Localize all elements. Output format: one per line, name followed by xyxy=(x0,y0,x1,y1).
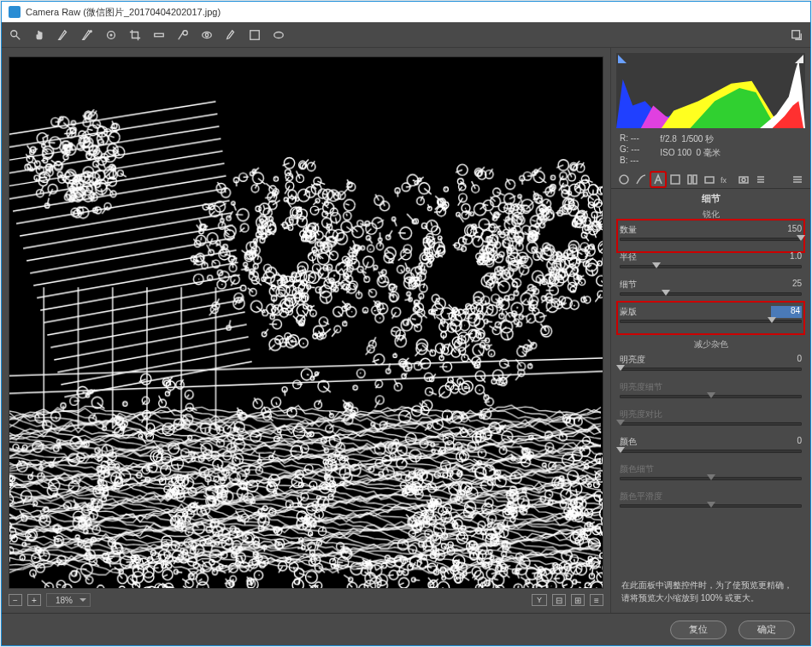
radius-slider[interactable]: 半径1.0 xyxy=(620,250,802,277)
body: − + 18% Y ⊟ ⊞ ≡ xyxy=(2,22,810,645)
tab-camera-icon[interactable] xyxy=(736,172,751,187)
svg-text:fx: fx xyxy=(721,176,727,185)
settings-menu-button[interactable]: ≡ xyxy=(590,594,603,606)
svg-point-7 xyxy=(203,32,212,38)
straighten-tool-icon[interactable] xyxy=(152,28,166,42)
app-icon xyxy=(9,6,21,18)
preview-canvas xyxy=(9,57,603,588)
svg-point-4 xyxy=(110,34,112,36)
main-area: − + 18% Y ⊟ ⊞ ≡ xyxy=(2,48,610,613)
window-title: Camera Raw (微信图片_20170404202017.jpg) xyxy=(26,6,221,19)
rgb-r: R: --- xyxy=(620,133,639,143)
tab-hsl-icon[interactable] xyxy=(668,172,683,187)
svg-point-10 xyxy=(274,32,284,38)
zoom-in-button[interactable]: + xyxy=(27,594,41,606)
svg-rect-13 xyxy=(671,175,680,184)
svg-rect-11 xyxy=(792,30,800,38)
amount-slider[interactable]: 数量150 xyxy=(620,222,802,250)
svg-rect-5 xyxy=(155,33,164,37)
footer: 复位 确定 xyxy=(2,613,810,645)
svg-line-1 xyxy=(16,35,20,38)
svg-point-2 xyxy=(91,30,92,32)
spot-removal-tool-icon[interactable] xyxy=(176,28,190,42)
targeted-adjustment-tool-icon[interactable] xyxy=(104,28,118,42)
crop-tool-icon[interactable] xyxy=(128,28,142,42)
ok-button[interactable]: 确定 xyxy=(738,621,795,639)
panel-tab-strip: fx xyxy=(611,170,810,189)
detail-slider[interactable]: 细节25 xyxy=(620,277,802,304)
adjustment-brush-tool-icon[interactable] xyxy=(224,28,238,42)
rgb-b: B: --- xyxy=(620,156,639,165)
tab-lens-icon[interactable] xyxy=(702,172,717,187)
luminance-contrast-slider: 明亮度对比 xyxy=(620,407,802,434)
histogram[interactable] xyxy=(616,53,805,128)
panel-title: 细节 xyxy=(611,189,810,207)
image-info: R: --- G: --- B: --- f/2.8 1/500 秒 ISO 1… xyxy=(611,130,810,170)
panel-menu-icon[interactable] xyxy=(790,172,805,187)
rgb-g: G: --- xyxy=(620,144,639,154)
camera-raw-window: Camera Raw (微信图片_20170404202017.jpg) xyxy=(1,1,811,646)
titlebar: Camera Raw (微信图片_20170404202017.jpg) xyxy=(2,2,810,22)
svg-point-19 xyxy=(742,178,745,181)
highlight-clip-indicator[interactable] xyxy=(795,55,803,63)
zoom-out-button[interactable]: − xyxy=(9,594,22,606)
side-panel: R: --- G: --- B: --- f/2.8 1/500 秒 ISO 1… xyxy=(610,48,810,613)
mask-slider[interactable]: 蒙版84 xyxy=(620,304,802,332)
compare-swap-button[interactable]: ⊞ xyxy=(571,594,585,606)
white-balance-tool-icon[interactable] xyxy=(56,28,70,42)
radial-filter-tool-icon[interactable] xyxy=(272,28,285,42)
noise-section-title: 减少杂色 xyxy=(611,337,810,352)
zoom-level-dropdown[interactable]: 18% xyxy=(46,593,91,607)
reset-button[interactable]: 复位 xyxy=(670,621,727,639)
color-sampler-tool-icon[interactable] xyxy=(80,28,94,42)
svg-rect-9 xyxy=(250,30,260,39)
toolbar xyxy=(2,22,810,48)
compare-y-button[interactable]: Y xyxy=(532,594,547,606)
svg-point-12 xyxy=(620,175,628,184)
luminance-slider[interactable]: 明亮度0 xyxy=(620,352,802,379)
preferences-icon[interactable] xyxy=(790,28,803,42)
svg-point-6 xyxy=(183,30,187,34)
svg-point-8 xyxy=(205,33,209,37)
detail-panel: 细节 锐化 数量150 半径1.0 细节25 xyxy=(611,189,810,613)
hint-text: 在此面板中调整控件时，为了使预览更精确，请将预览大小缩放到 100% 或更大。 xyxy=(611,570,810,613)
compare-split-button[interactable]: ⊟ xyxy=(552,594,566,606)
svg-rect-15 xyxy=(693,175,697,184)
tab-basic-icon[interactable] xyxy=(616,172,632,187)
svg-rect-14 xyxy=(688,175,691,184)
color-smoothness-slider: 颜色平滑度 xyxy=(620,489,802,516)
red-eye-tool-icon[interactable] xyxy=(200,28,214,42)
zoom-tool-icon[interactable] xyxy=(9,28,22,42)
tab-split-icon[interactable] xyxy=(685,172,700,187)
tab-presets-icon[interactable] xyxy=(753,172,768,187)
svg-point-3 xyxy=(108,31,115,38)
hand-tool-icon[interactable] xyxy=(32,28,46,42)
preview-footer: − + 18% Y ⊟ ⊞ ≡ xyxy=(9,589,603,608)
color-detail-slider: 颜色细节 xyxy=(620,462,802,489)
sharpen-section-title: 锐化 xyxy=(611,207,810,222)
image-preview[interactable] xyxy=(9,56,603,589)
tab-detail-icon[interactable] xyxy=(650,172,666,187)
color-slider[interactable]: 颜色0 xyxy=(620,434,802,462)
svg-rect-16 xyxy=(705,177,714,183)
content: − + 18% Y ⊟ ⊞ ≡ xyxy=(2,48,810,613)
tab-curve-icon[interactable] xyxy=(633,172,649,187)
svg-point-0 xyxy=(11,30,17,36)
luminance-detail-slider: 明亮度细节 xyxy=(620,379,802,407)
shadow-clip-indicator[interactable] xyxy=(618,55,627,63)
graduated-filter-tool-icon[interactable] xyxy=(248,28,262,42)
tab-fx-icon[interactable]: fx xyxy=(719,172,734,187)
